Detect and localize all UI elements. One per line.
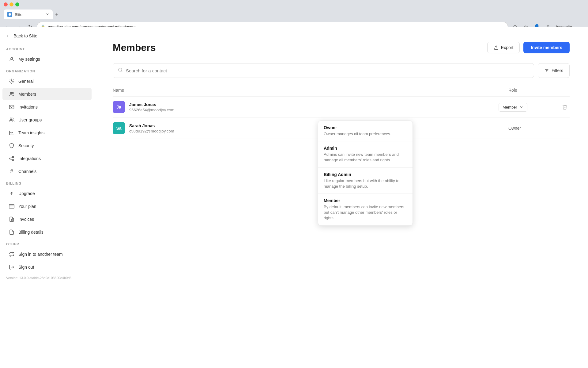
main-content: Members Export Invite members Fi (94, 27, 588, 368)
page-title: Members (113, 42, 156, 53)
sidebar-item-security[interactable]: Security (2, 140, 92, 152)
svg-point-8 (9, 158, 11, 159)
admin-desc: Admins can invite new team members and m… (324, 152, 407, 163)
new-tab-btn[interactable]: + (53, 10, 61, 19)
svg-point-9 (12, 159, 14, 161)
invoices-label: Invoices (18, 217, 34, 222)
search-input[interactable] (126, 68, 529, 73)
svg-rect-13 (9, 205, 14, 208)
invoices-icon (9, 216, 15, 222)
your-plan-label: Your plan (18, 204, 36, 209)
back-to-slite-link[interactable]: ← Back to Slite (0, 27, 94, 44)
sidebar-item-your-plan[interactable]: Your plan (2, 200, 92, 213)
sidebar-item-members[interactable]: Members (2, 88, 92, 100)
member-role-col: Owner (508, 126, 570, 131)
sort-arrow-icon: ↓ (126, 88, 128, 92)
upgrade-label: Upgrade (18, 191, 35, 196)
search-icon (118, 67, 123, 74)
svg-point-1 (11, 57, 13, 59)
role-text: Owner (508, 126, 521, 131)
tab-close-btn[interactable]: ✕ (46, 12, 49, 17)
export-button[interactable]: Export (487, 42, 520, 53)
filters-label: Filters (552, 68, 563, 73)
billing-section-label: BILLING (0, 178, 94, 187)
avatar-initials: Ja (116, 105, 121, 109)
your-plan-icon (9, 203, 15, 209)
role-dropdown-menu: Owner Owner manages all team preferences… (318, 121, 413, 226)
role-option-billing-admin[interactable]: Billing Admin Like regular members but w… (318, 168, 413, 194)
sidebar-item-my-settings[interactable]: My settings (2, 53, 92, 65)
minimize-window-btn[interactable] (9, 2, 13, 6)
maximize-window-btn[interactable] (15, 2, 19, 6)
member-name: James Jonas (129, 102, 499, 107)
role-value: Member (503, 105, 517, 109)
sidebar-item-invitations[interactable]: Invitations (2, 101, 92, 113)
role-option-member[interactable]: Member By default, members can invite ne… (318, 194, 413, 225)
role-col-label: Role (508, 88, 517, 93)
integrations-icon (9, 155, 15, 162)
forward-nav-btn[interactable]: → (15, 22, 23, 31)
active-tab[interactable]: Slite ✕ (4, 10, 53, 19)
security-label: Security (18, 143, 34, 148)
version-text: Version: 13.0.0-stable-28d9c103300e4b0d6 (0, 274, 94, 282)
role-dropdown-btn[interactable]: Member (499, 103, 527, 112)
svg-point-7 (12, 156, 14, 158)
header-actions: Export Invite members (487, 42, 570, 53)
member-info: James Jonas 96626e54@moodjoy.com (129, 102, 499, 112)
invite-members-button[interactable]: Invite members (523, 42, 570, 53)
sidebar-item-team-insights[interactable]: Team insights (2, 127, 92, 139)
other-section-label: OTHER (0, 239, 94, 248)
col-role-header: Role (508, 88, 570, 93)
svg-line-10 (11, 159, 12, 160)
avatar: Sa (113, 122, 125, 134)
invitations-icon (9, 104, 15, 110)
filter-icon (544, 68, 549, 73)
member-role-col: Member (499, 103, 560, 112)
sidebar-item-upgrade[interactable]: Upgrade (2, 187, 92, 200)
sidebar-item-user-groups[interactable]: User groups (2, 114, 92, 126)
search-row: Filters (113, 63, 570, 78)
avatar: Ja (113, 101, 125, 113)
security-icon (9, 143, 15, 149)
app-layout: ← Back to Slite ACCOUNT My settings ORGA… (0, 27, 588, 368)
sidebar-item-invoices[interactable]: Invoices (2, 213, 92, 225)
browser-more-btn[interactable]: ⋮ (576, 10, 584, 19)
sidebar-item-sign-out[interactable]: Sign out (2, 261, 92, 273)
tab-title: Slite (15, 12, 22, 17)
team-insights-icon (9, 130, 15, 136)
member-title: Member (324, 198, 407, 203)
filters-button[interactable]: Filters (538, 63, 570, 78)
general-icon (9, 78, 15, 84)
close-window-btn[interactable] (4, 2, 8, 6)
billing-admin-title: Billing Admin (324, 172, 407, 177)
member-desc: By default, members can invite new membe… (324, 204, 407, 221)
my-settings-label: My settings (18, 57, 40, 62)
sign-out-icon (9, 264, 15, 270)
upgrade-icon (9, 190, 15, 197)
owner-title: Owner (324, 125, 407, 130)
sign-in-another-label: Sign in to another team (18, 252, 63, 257)
admin-title: Admin (324, 146, 407, 151)
export-label: Export (501, 45, 513, 50)
integrations-label: Integrations (18, 156, 41, 161)
sign-out-label: Sign out (18, 265, 34, 270)
trash-icon (562, 104, 567, 110)
channels-icon: # (9, 168, 15, 174)
svg-line-20 (121, 71, 122, 72)
role-option-admin[interactable]: Admin Admins can invite new team members… (318, 141, 413, 167)
invitations-label: Invitations (18, 105, 38, 109)
col-name-header: Name ↓ (113, 88, 508, 93)
sidebar-item-billing-details[interactable]: Billing details (2, 226, 92, 238)
sidebar-item-integrations[interactable]: Integrations (2, 152, 92, 165)
back-link-label: Back to Slite (13, 33, 37, 38)
svg-point-19 (119, 68, 122, 71)
sidebar-item-sign-in-another[interactable]: Sign in to another team (2, 248, 92, 260)
tab-bar: Slite ✕ + ⋮ (0, 8, 588, 19)
role-option-owner[interactable]: Owner Owner manages all team preferences… (318, 121, 413, 141)
delete-member-btn[interactable] (560, 102, 570, 112)
page-header: Members Export Invite members (113, 42, 570, 53)
sidebar-item-general[interactable]: General (2, 75, 92, 87)
user-groups-icon (9, 117, 15, 123)
back-arrow-icon: ← (6, 33, 11, 39)
sidebar-item-channels[interactable]: # Channels (2, 165, 92, 178)
